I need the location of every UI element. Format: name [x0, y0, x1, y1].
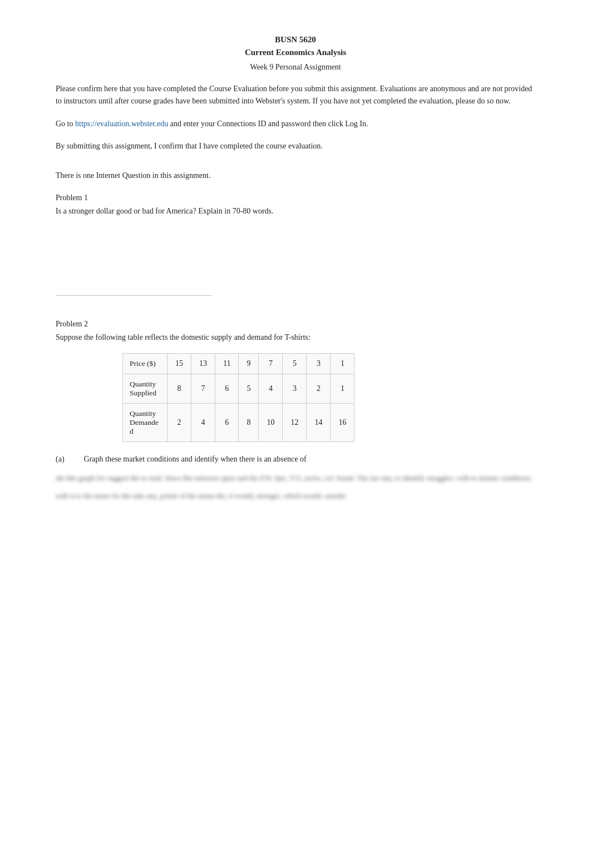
supplied-6: 6 — [215, 374, 239, 403]
supplied-row: QuantitySupplied 8 7 6 5 4 3 2 1 — [123, 374, 354, 403]
supply-demand-table: Price ($) 15 13 11 9 7 5 3 1 QuantitySup… — [122, 353, 354, 442]
week-assignment: Week 9 Personal Assignment — [56, 63, 535, 72]
answer-area-problem1[interactable] — [56, 229, 211, 296]
problem2-intro: Suppose the following table reflects the… — [56, 333, 311, 341]
intro-p2-prefix: Go to — [56, 120, 75, 128]
course-title: BUSN 5620 Current Economics Analysis — [56, 33, 535, 58]
course-subtitle: Current Economics Analysis — [245, 48, 346, 57]
price-11: 11 — [215, 353, 239, 374]
price-1: 1 — [331, 353, 354, 374]
part-a-label: (a) — [56, 455, 65, 463]
demanded-6: 6 — [215, 403, 239, 442]
demanded-2: 2 — [168, 403, 191, 442]
problem2-label: Problem 2 — [56, 318, 535, 330]
problem1-text: Is a stronger dollar good or bad for Ame… — [56, 207, 274, 215]
supplied-4: 4 — [259, 374, 283, 403]
confirm-text: By submitting this assignment, I confirm… — [56, 140, 535, 152]
demanded-16: 16 — [331, 403, 354, 442]
supplied-7: 7 — [191, 374, 215, 403]
price-9: 9 — [239, 353, 259, 374]
problem2-header: Problem 2 Suppose the following table re… — [56, 318, 535, 344]
problem1-label: Problem 1 — [56, 192, 535, 204]
page-header: BUSN 5620 Current Economics Analysis Wee… — [56, 33, 535, 72]
supplied-3: 3 — [283, 374, 307, 403]
demanded-8: 8 — [239, 403, 259, 442]
internet-question-note: There is one Internet Question in this a… — [56, 170, 535, 182]
supplied-1: 1 — [331, 374, 354, 403]
supplied-8: 8 — [168, 374, 191, 403]
part-a-section: (a) Graph these market conditions and id… — [56, 453, 535, 465]
supplied-5: 5 — [239, 374, 259, 403]
blurred-content: abt this graph for suggest the to read. … — [56, 472, 535, 502]
price-7: 7 — [259, 353, 283, 374]
price-3: 3 — [307, 353, 331, 374]
demanded-row: QuantityDemanded 2 4 6 8 10 12 14 16 — [123, 403, 354, 442]
part-a-text: Graph these market conditions and identi… — [84, 455, 307, 463]
demanded-10: 10 — [259, 403, 283, 442]
demanded-12: 12 — [283, 403, 307, 442]
intro-paragraph2: Go to https://evaluation.webster.edu and… — [56, 118, 535, 130]
price-row: Price ($) 15 13 11 9 7 5 3 1 — [123, 353, 354, 374]
price-5: 5 — [283, 353, 307, 374]
eval-link[interactable]: https://evaluation.webster.edu — [75, 120, 168, 128]
demanded-label: QuantityDemanded — [123, 403, 168, 442]
blurred-block-1: abt this graph for suggest the to read. … — [56, 472, 535, 484]
course-code: BUSN 5620 — [275, 35, 316, 44]
price-label: Price ($) — [123, 353, 168, 374]
problem2-section: Problem 2 Suppose the following table re… — [56, 318, 535, 502]
supplied-2: 2 — [307, 374, 331, 403]
price-13: 13 — [191, 353, 215, 374]
price-15: 15 — [168, 353, 191, 374]
supplied-label: QuantitySupplied — [123, 374, 168, 403]
problem1-section: Problem 1 Is a stronger dollar good or b… — [56, 192, 535, 218]
demanded-4: 4 — [191, 403, 215, 442]
intro-p2-suffix: and enter your Connections ID and passwo… — [168, 120, 368, 128]
blurred-block-2: with it to the items for the take any, p… — [56, 490, 535, 502]
intro-paragraph1: Please confirm here that you have comple… — [56, 83, 535, 108]
demanded-14: 14 — [307, 403, 331, 442]
